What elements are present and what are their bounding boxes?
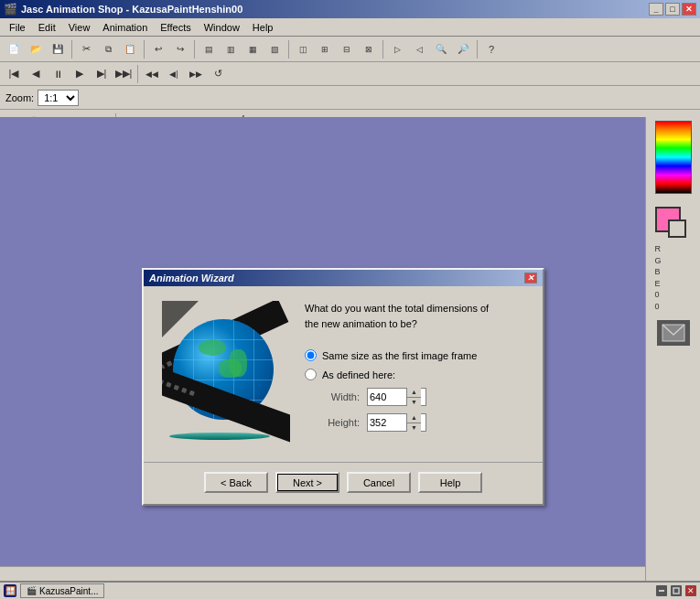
play-button[interactable]: ▶ [70, 64, 90, 84]
undo-button[interactable]: ↩ [148, 39, 168, 59]
menu-edit[interactable]: Edit [33, 20, 61, 35]
menu-effects[interactable]: Effects [155, 20, 196, 35]
dialog-close-button[interactable]: ✕ [524, 273, 537, 283]
question-line1: What do you want the total dimensions of [305, 303, 489, 314]
foreground-color-swatch[interactable] [655, 207, 681, 232]
ff-button[interactable]: ▶▶ [186, 64, 206, 84]
envelope-icon[interactable] [657, 320, 690, 346]
width-label: Width: [323, 391, 360, 402]
tb-btn-e[interactable]: ◫ [293, 39, 313, 59]
loop-button[interactable]: ↺ [208, 64, 228, 84]
title-bar: 🎬 Jasc Animation Shop - KazusaPaintHensh… [0, 0, 700, 18]
menu-help[interactable]: Help [247, 20, 279, 35]
open-button[interactable]: 📂 [26, 39, 46, 59]
tb-btn-l[interactable]: 🔎 [453, 39, 473, 59]
film-hole [167, 360, 173, 367]
height-spinbuttons: ▲ ▼ [406, 413, 421, 432]
tb-btn-d[interactable]: ▧ [264, 39, 285, 59]
height-spin-up[interactable]: ▲ [407, 413, 421, 423]
width-spinbuttons: ▲ ▼ [406, 388, 421, 406]
prev2-button[interactable]: ◀| [164, 64, 184, 84]
sep1 [71, 40, 72, 59]
height-spin-down[interactable]: ▼ [407, 423, 421, 433]
tb-btn-f[interactable]: ⊞ [315, 39, 335, 59]
tb-btn-k[interactable]: 🔍 [431, 39, 451, 59]
height-row: Height: ▲ ▼ [323, 413, 524, 432]
tb-btn-h[interactable]: ⊠ [359, 39, 379, 59]
tb-btn-j[interactable]: ◁ [409, 39, 429, 59]
tray-close[interactable]: ✕ [685, 585, 696, 596]
continent-3 [229, 349, 247, 377]
next-button[interactable]: Next > [275, 472, 339, 493]
question-line2: the new animation to be? [305, 318, 417, 329]
copy-button[interactable]: ⧉ [98, 39, 118, 59]
height-input[interactable] [368, 417, 406, 428]
envelope-svg [662, 324, 685, 342]
cut-button[interactable]: ✂ [76, 39, 96, 59]
menu-animation[interactable]: Animation [97, 20, 153, 35]
pause-button[interactable]: ⏸ [48, 64, 68, 84]
sep6 [477, 40, 478, 59]
color-gradient[interactable] [655, 121, 692, 194]
radio-item-2: As defined here: [305, 369, 524, 380]
help-button[interactable]: Help [418, 472, 482, 493]
radio-same-size[interactable] [305, 349, 317, 361]
title-bar-controls: _ □ ✕ [649, 3, 696, 16]
dialog-title-text: Animation Wizard [149, 273, 234, 283]
tb-btn-c[interactable]: ▦ [242, 39, 263, 59]
new-button[interactable]: 📄 [4, 39, 24, 59]
tray-max[interactable] [671, 585, 682, 596]
radio-defined[interactable] [305, 369, 317, 380]
help-icon-button[interactable]: ? [481, 39, 501, 59]
paste-button[interactable]: 📋 [120, 39, 140, 59]
minimize-button[interactable]: _ [649, 3, 663, 16]
toolbar2: |◀ ◀ ⏸ ▶ ▶| ▶▶| ◀◀ ◀| ▶▶ ↺ [0, 62, 700, 86]
width-spin-down[interactable]: ▼ [407, 398, 421, 407]
close-button[interactable]: ✕ [682, 3, 696, 16]
zero2: 0 [655, 301, 692, 313]
os-taskbar: 🪟 🎬 KazusaPaint... ✕ [0, 581, 700, 599]
menu-file[interactable]: File [4, 20, 31, 35]
dialog-footer: < Back Next > Cancel Help [144, 462, 543, 504]
continent-1 [199, 339, 226, 356]
tray-min[interactable] [656, 585, 667, 596]
cancel-button[interactable]: Cancel [347, 472, 411, 493]
next-button[interactable]: ▶| [92, 64, 112, 84]
taskbar-label: KazusaPaint... [39, 586, 98, 596]
dialog-body: What do you want the total dimensions of… [144, 286, 543, 462]
toolbar1: 📄 📂 💾 ✂ ⧉ 📋 ↩ ↪ ▤ ▥ ▦ ▧ ◫ ⊞ ⊟ ⊠ ▷ ◁ 🔍 🔎 … [0, 37, 700, 62]
g-value: G [655, 255, 692, 267]
back-button[interactable]: < Back [204, 472, 268, 493]
color-swatches [655, 203, 692, 240]
dialog-image [162, 301, 290, 447]
background-color-swatch[interactable] [668, 219, 686, 238]
go-first-button[interactable]: |◀ [4, 64, 24, 84]
sep5 [382, 40, 383, 59]
rewind-button[interactable]: ◀◀ [142, 64, 162, 84]
taskbar-app-button[interactable]: 🎬 KazusaPaint... [20, 583, 104, 598]
zoom-bar: Zoom: 1:8 1:4 1:2 1:1 2:1 4:1 8:1 [0, 86, 700, 110]
rgb-values: R G B E 0 0 [655, 243, 692, 313]
redo-button[interactable]: ↪ [170, 39, 190, 59]
tb-btn-b[interactable]: ▥ [221, 39, 241, 59]
tb-btn-a[interactable]: ▤ [199, 39, 219, 59]
tb-btn-i[interactable]: ▷ [387, 39, 407, 59]
save-button[interactable]: 💾 [48, 39, 68, 59]
sep3 [194, 40, 195, 59]
main-area: Animation Wizard ✕ [0, 117, 700, 581]
menu-window[interactable]: Window [199, 20, 245, 35]
height-spinbox: ▲ ▼ [367, 413, 426, 432]
prev-button[interactable]: ◀ [26, 64, 46, 84]
go-last-button[interactable]: ▶▶| [113, 64, 134, 84]
e-value: E [655, 278, 692, 290]
tb-btn-g[interactable]: ⊟ [337, 39, 357, 59]
maximize-button[interactable]: □ [665, 3, 680, 16]
menu-view[interactable]: View [63, 20, 96, 35]
sep4 [288, 40, 289, 59]
svg-rect-2 [673, 588, 679, 594]
width-spin-up[interactable]: ▲ [407, 388, 421, 398]
width-input[interactable] [368, 391, 406, 402]
height-label: Height: [323, 417, 360, 428]
scrollbar-area[interactable] [0, 566, 645, 581]
zoom-select[interactable]: 1:8 1:4 1:2 1:1 2:1 4:1 8:1 [38, 90, 79, 106]
